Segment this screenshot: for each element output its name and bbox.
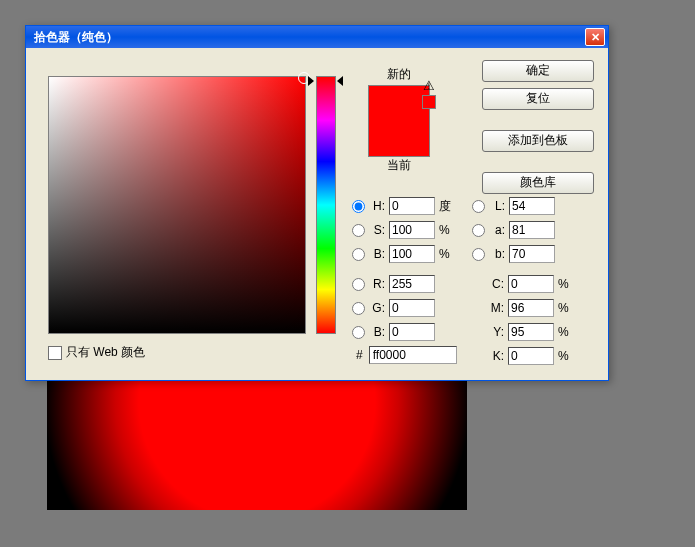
action-buttons: 确定 复位 添加到色板 颜色库 [482,60,594,194]
input-k[interactable] [508,347,554,365]
input-bv[interactable] [389,245,435,263]
input-a[interactable] [509,221,555,239]
unit-k: % [558,349,572,363]
label-h: H: [367,199,385,213]
input-l[interactable] [509,197,555,215]
web-only-label: 只有 Web 颜色 [66,344,145,361]
hue-indicator-right [337,76,343,86]
web-colors-only: 只有 Web 颜色 [48,344,145,361]
hue-indicator-left [308,76,314,86]
warning-icon[interactable]: ⚠ [423,78,435,93]
color-libraries-button[interactable]: 颜色库 [482,172,594,194]
label-bb: B: [367,325,385,339]
label-l: L: [487,199,505,213]
label-r: R: [367,277,385,291]
unit-y: % [558,325,572,339]
reset-button[interactable]: 复位 [482,88,594,110]
preview-swatch [368,85,430,157]
radio-b[interactable] [472,248,485,261]
close-icon: ✕ [591,31,600,44]
add-to-swatches-button[interactable]: 添加到色板 [482,130,594,152]
hex-label: # [356,348,363,362]
input-g[interactable] [389,299,435,317]
input-r[interactable] [389,275,435,293]
gamut-warning: ⚠ [422,78,436,109]
label-bv: B: [367,247,385,261]
window-title: 拾色器（纯色） [34,29,118,46]
color-picker-dialog: 拾色器（纯色） ✕ 新的 当前 ⚠ 确定 复位 添加到色板 [25,25,609,381]
input-y[interactable] [508,323,554,341]
hue-slider[interactable] [316,76,336,334]
saturation-brightness-field[interactable] [48,76,306,334]
dialog-body: 新的 当前 ⚠ 确定 复位 添加到色板 颜色库 H: [26,48,608,380]
radio-h[interactable] [352,200,365,213]
value-fields: H: 度 L: S: % [352,194,602,368]
label-k: K: [486,349,504,363]
hex-input[interactable] [369,346,457,364]
radio-l[interactable] [472,200,485,213]
label-y: Y: [486,325,504,339]
input-h[interactable] [389,197,435,215]
ok-button[interactable]: 确定 [482,60,594,82]
unit-bv: % [439,247,453,261]
current-color-swatch[interactable] [369,121,429,156]
label-c: C: [486,277,504,291]
warning-swatch[interactable] [422,95,436,109]
radio-bb[interactable] [352,326,365,339]
label-m: M: [486,301,504,315]
label-a: a: [487,223,505,237]
radio-s[interactable] [352,224,365,237]
preview-current-label: 当前 [354,157,444,174]
unit-h: 度 [439,198,453,215]
label-b: b: [487,247,505,261]
unit-m: % [558,301,572,315]
titlebar[interactable]: 拾色器（纯色） ✕ [26,26,608,48]
input-bb[interactable] [389,323,435,341]
radio-bv[interactable] [352,248,365,261]
new-color-swatch[interactable] [369,86,429,121]
web-only-checkbox[interactable] [48,346,62,360]
input-b[interactable] [509,245,555,263]
hex-row: # [356,346,457,364]
input-m[interactable] [508,299,554,317]
close-button[interactable]: ✕ [585,28,605,46]
unit-c: % [558,277,572,291]
input-s[interactable] [389,221,435,239]
radio-a[interactable] [472,224,485,237]
label-s: S: [367,223,385,237]
radio-g[interactable] [352,302,365,315]
unit-s: % [439,223,453,237]
radio-r[interactable] [352,278,365,291]
input-c[interactable] [508,275,554,293]
label-g: G: [367,301,385,315]
